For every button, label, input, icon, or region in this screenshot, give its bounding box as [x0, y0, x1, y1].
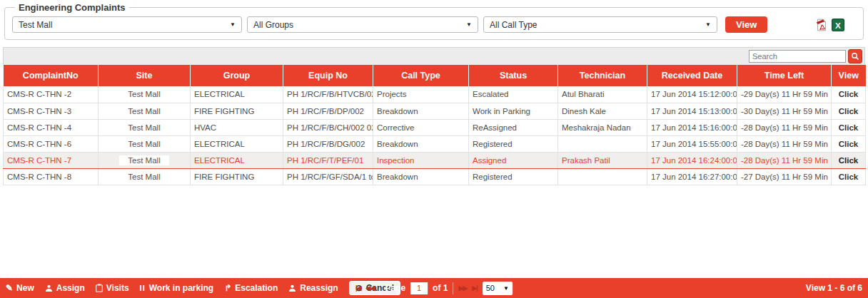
escalation-icon: ↱: [224, 284, 231, 292]
action-label: Reassign: [300, 283, 338, 293]
action-label: Visits: [106, 283, 129, 293]
table-header-row: ComplaintNoSiteGroupEquip NoCall TypeSta…: [4, 65, 866, 86]
table-row[interactable]: CMS-R C-THN -7Test MallELECTRICALPH 1/RC…: [4, 152, 866, 168]
site-select-value: Test Mall: [19, 20, 52, 30]
action-label: Work in parking: [149, 283, 213, 293]
site-chip: Test Mall: [119, 155, 168, 165]
column-header-complaintno[interactable]: ComplaintNo: [4, 65, 99, 86]
table-row[interactable]: CMS-R C-THN -6Test MallELECTRICALPH 1/RC…: [4, 135, 866, 152]
cell-view[interactable]: Click: [832, 86, 866, 103]
assign-button[interactable]: Assign: [45, 283, 85, 293]
cell-view[interactable]: Click: [832, 103, 866, 119]
cell-group: FIRE FIGHTING: [191, 103, 283, 119]
column-header-site[interactable]: Site: [99, 65, 191, 86]
cell-complaint-no: CMS-R C-THN -8: [4, 168, 99, 185]
column-header-status[interactable]: Status: [469, 65, 558, 86]
complaints-table: ComplaintNoSiteGroupEquip NoCall TypeSta…: [3, 65, 866, 185]
column-header-received-date[interactable]: Received Date: [647, 65, 737, 86]
group-select-value: All Groups: [253, 20, 293, 30]
chevron-down-icon: ▼: [705, 21, 711, 28]
search-input[interactable]: [749, 50, 846, 63]
call-type-select[interactable]: All Call Type ▼: [483, 16, 717, 33]
cell-technician: [558, 135, 647, 152]
cell-group: ELECTRICAL: [191, 135, 283, 152]
column-header-call-type[interactable]: Call Type: [373, 65, 469, 86]
call-type-select-value: All Call Type: [490, 20, 537, 30]
search-icon: [851, 52, 859, 61]
person-icon: [288, 284, 296, 292]
work-in-parking-button[interactable]: IIWork in parking: [140, 283, 214, 293]
column-header-equip-no[interactable]: Equip No: [283, 65, 373, 86]
column-header-technician[interactable]: Technician: [558, 65, 647, 86]
table-row[interactable]: CMS-R C-THN -2Test MallELECTRICALPH 1/RC…: [4, 86, 866, 103]
excel-export-icon[interactable]: X: [832, 19, 844, 31]
table-row[interactable]: CMS-R C-THN -3Test MallFIRE FIGHTINGPH 1…: [4, 103, 866, 119]
cell-technician: Dinesh Kale: [558, 103, 647, 119]
action-label: Assign: [56, 283, 85, 293]
cell-technician: Atul Bharati: [558, 86, 647, 103]
site-select[interactable]: Test Mall ▼: [12, 16, 242, 33]
column-header-group[interactable]: Group: [191, 65, 283, 86]
action-label: New: [16, 283, 34, 293]
first-page-button[interactable]: |◀: [355, 284, 360, 292]
table-row[interactable]: CMS-R C-THN -4Test MallHVACPH 1/RC/F/B/C…: [4, 119, 866, 135]
cell-view[interactable]: Click: [832, 168, 866, 185]
cell-site: Test Mall: [99, 86, 191, 103]
cell-group: HVAC: [191, 119, 283, 135]
pencil-icon: ✎: [6, 284, 13, 292]
new-button[interactable]: ✎New: [6, 283, 34, 293]
table-row[interactable]: CMS-R C-THN -8Test MallFIRE FIGHTINGPH 1…: [4, 168, 866, 185]
page-size-select[interactable]: 50 ▼: [483, 282, 513, 295]
cell-site: Test Mall: [99, 152, 191, 168]
group-select[interactable]: All Groups ▼: [247, 16, 478, 33]
cell-equip-no: PH 1/RC/F/B/DP/002: [283, 103, 373, 119]
cell-received-date: 17 Jun 2014 16:27:00:000: [647, 168, 737, 185]
search-button[interactable]: [848, 49, 862, 63]
cell-complaint-no: CMS-R C-THN -2: [4, 86, 99, 103]
page-label: Page: [385, 283, 405, 293]
cell-time-left: -30 Day(s) 11 Hr 59 Min: [737, 103, 832, 119]
complaints-grid: ComplaintNoSiteGroupEquip NoCall TypeSta…: [3, 47, 865, 185]
panel-title: Engineering Complaints: [15, 2, 129, 13]
last-page-button[interactable]: ▶|: [472, 284, 477, 292]
reassign-button[interactable]: Reassign: [288, 283, 338, 293]
view-button[interactable]: View: [725, 16, 767, 33]
cell-group: ELECTRICAL: [191, 152, 283, 168]
filters-panel: Engineering Complaints Test Mall ▼ All G…: [4, 2, 864, 40]
cell-equip-no: PH 1/RC/F/T/PEF/01: [283, 152, 373, 168]
pagination-divider: [379, 282, 380, 294]
page-size-value: 50: [486, 284, 495, 292]
escalation-button[interactable]: ↱Escalation: [224, 283, 278, 293]
cell-call-type: Inspection: [373, 152, 469, 168]
cell-received-date: 17 Jun 2014 15:55:00:000: [647, 135, 737, 152]
next-page-button[interactable]: ▶▶: [458, 284, 467, 292]
column-header-time-left[interactable]: Time Left: [737, 65, 832, 86]
cell-received-date: 17 Jun 2014 15:13:00:000: [647, 103, 737, 119]
cell-call-type: Breakdown: [373, 168, 469, 185]
cell-call-type: Projects: [373, 86, 469, 103]
cell-group: ELECTRICAL: [191, 86, 283, 103]
export-icons: X: [815, 19, 844, 31]
column-header-view[interactable]: View: [832, 65, 866, 86]
cell-complaint-no: CMS-R C-THN -4: [4, 119, 99, 135]
pdf-export-icon[interactable]: [815, 19, 828, 31]
pagination: |◀ ◀◀ Page of 1 ▶▶ ▶| 50 ▼: [355, 282, 513, 295]
prev-page-button[interactable]: ◀◀: [366, 284, 375, 292]
cell-site: Test Mall: [99, 119, 191, 135]
cell-received-date: 17 Jun 2014 15:16:00:000: [647, 119, 737, 135]
engineering-complaints-page: Engineering Complaints Test Mall ▼ All G…: [0, 0, 868, 298]
cell-view[interactable]: Click: [832, 119, 866, 135]
cell-view[interactable]: Click: [832, 152, 866, 168]
cell-status: Assigned: [469, 152, 558, 168]
cell-group: FIRE FIGHTING: [191, 168, 283, 185]
cell-complaint-no: CMS-R C-THN -6: [4, 135, 99, 152]
svg-text:X: X: [835, 20, 841, 30]
chevron-down-icon: ▼: [503, 285, 509, 292]
cell-time-left: -28 Day(s) 11 Hr 59 Min: [737, 119, 832, 135]
cell-time-left: -28 Day(s) 11 Hr 59 Min: [737, 152, 832, 168]
visits-button[interactable]: Visits: [96, 283, 129, 293]
page-number-input[interactable]: [410, 282, 428, 294]
cell-status: ReAssigned: [469, 119, 558, 135]
cell-complaint-no: CMS-R C-THN -3: [4, 103, 99, 119]
cell-view[interactable]: Click: [832, 135, 866, 152]
